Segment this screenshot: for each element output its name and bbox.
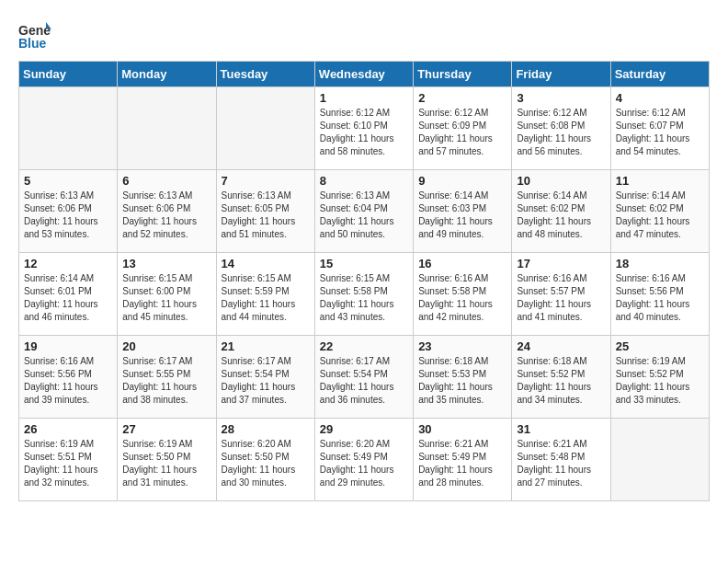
day-number: 30 — [418, 422, 506, 436]
day-number: 23 — [418, 339, 506, 353]
day-info: Sunrise: 6:13 AMSunset: 6:06 PMDaylight:… — [24, 190, 112, 241]
calendar-cell: 6Sunrise: 6:13 AMSunset: 6:06 PMDaylight… — [118, 170, 216, 253]
day-number: 11 — [616, 174, 704, 188]
day-info: Sunrise: 6:19 AMSunset: 5:52 PMDaylight:… — [616, 355, 704, 407]
logo-icon: General Blue — [18, 18, 51, 52]
calendar-cell: 3Sunrise: 6:12 AMSunset: 6:08 PMDaylight… — [512, 87, 610, 170]
day-number: 5 — [24, 174, 112, 188]
calendar-header-row: SundayMondayTuesdayWednesdayThursdayFrid… — [19, 62, 710, 87]
day-number: 18 — [616, 257, 704, 270]
day-info: Sunrise: 6:15 AMSunset: 6:00 PMDaylight:… — [122, 272, 210, 324]
day-number: 7 — [222, 174, 310, 188]
calendar-cell: 8Sunrise: 6:13 AMSunset: 6:04 PMDaylight… — [314, 170, 413, 253]
day-info: Sunrise: 6:12 AMSunset: 6:09 PMDaylight:… — [418, 107, 506, 158]
day-info: Sunrise: 6:19 AMSunset: 5:51 PMDaylight:… — [24, 438, 112, 489]
calendar-cell: 27Sunrise: 6:19 AMSunset: 5:50 PMDayligh… — [118, 419, 216, 501]
day-number: 16 — [418, 257, 506, 270]
calendar-cell — [19, 87, 118, 170]
calendar-body: 1Sunrise: 6:12 AMSunset: 6:10 PMDaylight… — [19, 87, 710, 501]
day-info: Sunrise: 6:12 AMSunset: 6:10 PMDaylight:… — [320, 107, 408, 158]
day-info: Sunrise: 6:18 AMSunset: 5:53 PMDaylight:… — [418, 355, 506, 407]
calendar-cell: 18Sunrise: 6:16 AMSunset: 5:56 PMDayligh… — [610, 253, 709, 336]
calendar-cell: 16Sunrise: 6:16 AMSunset: 5:58 PMDayligh… — [414, 253, 512, 336]
calendar-cell: 10Sunrise: 6:14 AMSunset: 6:02 PMDayligh… — [512, 170, 610, 253]
day-info: Sunrise: 6:19 AMSunset: 5:50 PMDaylight:… — [122, 438, 210, 489]
day-info: Sunrise: 6:16 AMSunset: 5:58 PMDaylight:… — [418, 272, 506, 324]
calendar-cell: 9Sunrise: 6:14 AMSunset: 6:03 PMDaylight… — [414, 170, 512, 253]
day-number: 26 — [24, 422, 112, 436]
calendar-cell: 15Sunrise: 6:15 AMSunset: 5:58 PMDayligh… — [314, 253, 413, 336]
calendar-cell: 20Sunrise: 6:17 AMSunset: 5:55 PMDayligh… — [118, 336, 216, 419]
day-info: Sunrise: 6:12 AMSunset: 6:07 PMDaylight:… — [616, 107, 704, 158]
day-info: Sunrise: 6:17 AMSunset: 5:55 PMDaylight:… — [122, 355, 210, 407]
day-info: Sunrise: 6:13 AMSunset: 6:06 PMDaylight:… — [122, 190, 210, 241]
calendar-cell — [216, 87, 314, 170]
calendar-header-saturday: Saturday — [610, 62, 709, 87]
calendar-week-2: 12Sunrise: 6:14 AMSunset: 6:01 PMDayligh… — [19, 253, 710, 336]
calendar-week-3: 19Sunrise: 6:16 AMSunset: 5:56 PMDayligh… — [19, 336, 710, 419]
calendar-cell: 24Sunrise: 6:18 AMSunset: 5:52 PMDayligh… — [512, 336, 610, 419]
calendar-header-friday: Friday — [512, 62, 610, 87]
day-number: 4 — [616, 91, 704, 105]
calendar-cell: 28Sunrise: 6:20 AMSunset: 5:50 PMDayligh… — [216, 419, 314, 501]
day-number: 31 — [517, 422, 605, 436]
day-number: 27 — [122, 422, 210, 436]
calendar-week-0: 1Sunrise: 6:12 AMSunset: 6:10 PMDaylight… — [19, 87, 710, 170]
day-info: Sunrise: 6:14 AMSunset: 6:02 PMDaylight:… — [517, 190, 605, 241]
day-number: 1 — [320, 91, 408, 105]
calendar-cell: 17Sunrise: 6:16 AMSunset: 5:57 PMDayligh… — [512, 253, 610, 336]
day-info: Sunrise: 6:16 AMSunset: 5:57 PMDaylight:… — [517, 272, 605, 324]
day-number: 19 — [24, 339, 112, 353]
calendar-header-thursday: Thursday — [414, 62, 512, 87]
calendar-cell: 31Sunrise: 6:21 AMSunset: 5:48 PMDayligh… — [512, 419, 610, 501]
day-number: 25 — [616, 339, 704, 353]
day-number: 22 — [320, 339, 408, 353]
day-number: 10 — [517, 174, 605, 188]
day-info: Sunrise: 6:14 AMSunset: 6:01 PMDaylight:… — [24, 272, 112, 324]
day-info: Sunrise: 6:14 AMSunset: 6:03 PMDaylight:… — [418, 190, 506, 241]
day-number: 24 — [517, 339, 605, 353]
day-info: Sunrise: 6:21 AMSunset: 5:48 PMDaylight:… — [517, 438, 605, 489]
calendar-cell: 7Sunrise: 6:13 AMSunset: 6:05 PMDaylight… — [216, 170, 314, 253]
calendar-cell: 2Sunrise: 6:12 AMSunset: 6:09 PMDaylight… — [414, 87, 512, 170]
calendar-cell: 11Sunrise: 6:14 AMSunset: 6:02 PMDayligh… — [610, 170, 709, 253]
calendar-cell — [118, 87, 216, 170]
day-info: Sunrise: 6:16 AMSunset: 5:56 PMDaylight:… — [616, 272, 704, 324]
calendar-cell: 25Sunrise: 6:19 AMSunset: 5:52 PMDayligh… — [610, 336, 709, 419]
day-number: 8 — [320, 174, 408, 188]
calendar-cell: 30Sunrise: 6:21 AMSunset: 5:49 PMDayligh… — [414, 419, 512, 501]
calendar-cell: 23Sunrise: 6:18 AMSunset: 5:53 PMDayligh… — [414, 336, 512, 419]
day-number: 13 — [122, 257, 210, 270]
calendar-header-tuesday: Tuesday — [216, 62, 314, 87]
day-number: 9 — [418, 174, 506, 188]
day-number: 6 — [122, 174, 210, 188]
day-info: Sunrise: 6:21 AMSunset: 5:49 PMDaylight:… — [418, 438, 506, 489]
calendar-header-sunday: Sunday — [19, 62, 118, 87]
calendar-cell: 21Sunrise: 6:17 AMSunset: 5:54 PMDayligh… — [216, 336, 314, 419]
day-info: Sunrise: 6:14 AMSunset: 6:02 PMDaylight:… — [616, 190, 704, 241]
calendar-cell: 13Sunrise: 6:15 AMSunset: 6:00 PMDayligh… — [118, 253, 216, 336]
day-info: Sunrise: 6:17 AMSunset: 5:54 PMDaylight:… — [222, 355, 310, 407]
calendar-cell: 19Sunrise: 6:16 AMSunset: 5:56 PMDayligh… — [19, 336, 118, 419]
day-info: Sunrise: 6:15 AMSunset: 5:58 PMDaylight:… — [320, 272, 408, 324]
day-number: 15 — [320, 257, 408, 270]
day-number: 20 — [122, 339, 210, 353]
day-number: 29 — [320, 422, 408, 436]
day-info: Sunrise: 6:17 AMSunset: 5:54 PMDaylight:… — [320, 355, 408, 407]
day-info: Sunrise: 6:20 AMSunset: 5:50 PMDaylight:… — [222, 438, 310, 489]
calendar-cell — [610, 419, 709, 501]
day-number: 17 — [517, 257, 605, 270]
day-number: 3 — [517, 91, 605, 105]
day-info: Sunrise: 6:13 AMSunset: 6:05 PMDaylight:… — [222, 190, 310, 241]
day-info: Sunrise: 6:12 AMSunset: 6:08 PMDaylight:… — [517, 107, 605, 158]
calendar-cell: 22Sunrise: 6:17 AMSunset: 5:54 PMDayligh… — [314, 336, 413, 419]
day-number: 12 — [24, 257, 112, 270]
logo: General Blue — [18, 18, 55, 52]
day-info: Sunrise: 6:20 AMSunset: 5:49 PMDaylight:… — [320, 438, 408, 489]
calendar-week-4: 26Sunrise: 6:19 AMSunset: 5:51 PMDayligh… — [19, 419, 710, 501]
day-number: 28 — [222, 422, 310, 436]
calendar-cell: 14Sunrise: 6:15 AMSunset: 5:59 PMDayligh… — [216, 253, 314, 336]
day-info: Sunrise: 6:16 AMSunset: 5:56 PMDaylight:… — [24, 355, 112, 407]
page-header: General Blue — [18, 18, 710, 52]
svg-text:Blue: Blue — [18, 36, 47, 51]
